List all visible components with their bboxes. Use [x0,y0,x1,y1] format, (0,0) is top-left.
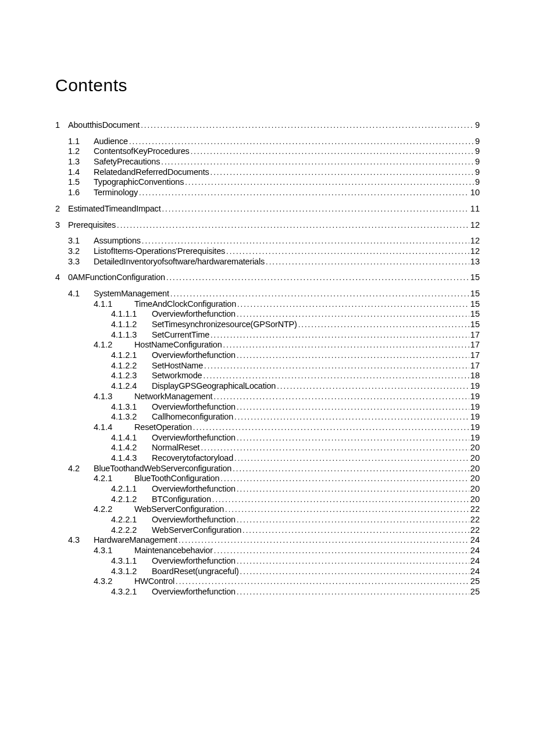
toc-num: 4.2.1 [94,474,134,483]
toc-entry[interactable]: 2EstimatedTimeandImpact11 [55,205,480,213]
toc-page: 9 [475,121,480,130]
toc-entry[interactable]: 4.2.2.2WebServerConfiguration22 [55,526,480,535]
toc-entry[interactable]: 4.1.1TimeAndClockConfiguration15 [55,300,480,309]
toc-leader [176,577,469,586]
toc-entry[interactable]: 4.1.1.3SetCurrentTime17 [55,331,480,339]
toc-leader [277,382,469,390]
toc-leader [211,168,474,177]
toc-entry[interactable]: 4.1.2.4DisplayGPSGeographicalLocation19 [55,382,480,390]
toc-label: SetCurrentTime [152,331,209,339]
toc-entry[interactable]: 4.3.1.2BoardReset(ungraceful)24 [55,567,480,576]
toc-page: 13 [470,257,480,266]
toc-leader [129,137,474,146]
toc-entry[interactable]: 4.1.4ResetOperation19 [55,423,480,432]
toc-page: 12 [470,247,480,256]
toc-entry[interactable]: 4.1.3.1Overviewforthefunction19 [55,403,480,411]
toc-leader [117,221,469,230]
toc-label: BTConfiguration [152,495,211,504]
toc-entry[interactable]: 4.2.2WebServerConfiguration22 [55,505,480,514]
toc-label: TypographicConventions [94,178,184,187]
toc-entry[interactable]: 4.1.3.2Callhomeconfiguration19 [55,413,480,421]
toc-entry[interactable]: 4.3.1.1Overviewforthefunction24 [55,557,480,565]
toc-leader [203,371,469,380]
toc-entry[interactable]: 4.2BlueToothandWebServerconfiguration20 [55,464,480,473]
toc-entry[interactable]: 4.1.1.1Overviewforthefunction15 [55,310,480,318]
toc-entry[interactable]: 3.3DetailedInventoryofsoftware/hardwarem… [55,257,480,266]
toc-page: 24 [470,546,480,555]
toc-page: 9 [475,168,480,177]
toc-page: 10 [470,188,480,197]
toc-page: 22 [470,515,480,524]
toc-label: Overviewforthefunction [152,433,236,442]
toc-page: 25 [470,587,480,596]
toc-page: 20 [470,454,480,463]
table-of-contents: 1AboutthisDocument91.1Audience91.2Conten… [55,121,480,596]
toc-entry[interactable]: 4.1.2.3Setworkmode18 [55,371,480,380]
toc-entry[interactable]: 3.1Assumptions12 [55,237,480,245]
toc-entry[interactable]: 3.2ListofItems-Operations'Prerequisites1… [55,247,480,256]
toc-entry[interactable]: 1.6Terminology10 [55,188,480,197]
toc-entry[interactable]: 3Prerequisites12 [55,221,480,230]
toc-entry[interactable]: 1AboutthisDocument9 [55,121,480,130]
toc-entry[interactable]: 4.2.1.2BTConfiguration20 [55,495,480,504]
toc-page: 19 [470,382,480,390]
page-title: Contents [55,76,480,95]
toc-num: 4.1.1.1 [111,310,152,318]
toc-label: NormalReset [152,443,199,452]
toc-page: 25 [470,577,480,586]
toc-entry[interactable]: 4.1.4.2NormalReset20 [55,443,480,452]
toc-page: 12 [470,237,480,245]
toc-entry[interactable]: 4.3.2HWControl25 [55,577,480,586]
toc-num: 4.2.1.1 [111,485,152,493]
toc-num: 1.3 [68,157,94,166]
toc-entry[interactable]: 4.3HardwareManagement24 [55,536,480,544]
toc-page: 19 [470,392,480,401]
toc-entry[interactable]: 4.1.4.1Overviewforthefunction19 [55,433,480,442]
toc-label: BlueToothConfiguration [134,474,219,483]
toc-entry[interactable]: 4.2.1BlueToothConfiguration20 [55,474,480,483]
toc-entry[interactable]: 1.1Audience9 [55,137,480,146]
toc-page: 15 [470,320,480,329]
toc-label: AboutthisDocument [68,121,140,130]
toc-label: DisplayGPSGeographicalLocation [152,382,276,390]
toc-label: ContentsofKeyProcedures [94,147,190,156]
toc-entry[interactable]: 40AMFunctionConfiguration15 [55,273,480,282]
toc-page: 9 [475,137,480,146]
toc-page: 15 [470,289,480,298]
toc-num: 3.1 [68,237,94,245]
toc-entry[interactable]: 4.1SystemManagement15 [55,289,480,298]
toc-leader [226,247,469,256]
toc-label: WebServerConfiguration [152,526,241,535]
toc-leader [237,485,469,493]
toc-leader [191,147,474,156]
toc-label: Terminology [94,188,138,197]
toc-label: Assumptions [94,237,141,245]
toc-entry[interactable]: 4.1.3NetworkManagement19 [55,392,480,401]
toc-entry[interactable]: 4.3.2.1Overviewforthefunction25 [55,587,480,596]
toc-label: Overviewforthefunction [152,310,236,318]
toc-num: 4.1.2.1 [111,351,152,360]
toc-label: Overviewforthefunction [152,485,236,493]
toc-entry[interactable]: 4.1.2.2SetHostName17 [55,361,480,370]
toc-entry[interactable]: 4.2.2.1Overviewforthefunction22 [55,515,480,524]
toc-entry[interactable]: 4.3.1Maintenancebehavior24 [55,546,480,555]
toc-entry[interactable]: 4.2.1.1Overviewforthefunction20 [55,485,480,493]
toc-label: NetworkManagement [134,392,212,401]
toc-entry[interactable]: 1.4RelatedandReferredDocuments9 [55,168,480,177]
toc-leader [220,474,469,483]
toc-entry[interactable]: 4.1.2HostNameConfiguration17 [55,341,480,349]
toc-label: Overviewforthefunction [152,351,236,360]
toc-entry[interactable]: 4.1.2.1Overviewforthefunction17 [55,351,480,360]
toc-leader [223,341,469,349]
toc-page: 19 [470,413,480,421]
toc-entry[interactable]: 1.2ContentsofKeyProcedures9 [55,147,480,156]
toc-num: 4.1.3.2 [111,413,152,421]
toc-entry[interactable]: 4.1.1.2SetTimesynchronizesource(GPSorNTP… [55,320,480,329]
toc-num: 1.4 [68,168,94,177]
toc-page: 11 [470,205,480,213]
toc-num: 4.1.2.2 [111,361,152,370]
toc-entry[interactable]: 4.1.4.3Recoverytofactoryload20 [55,454,480,463]
toc-entry[interactable]: 1.3SafetyPrecautions9 [55,157,480,166]
toc-label: DetailedInventoryofsoftware/hardwaremate… [94,257,265,266]
toc-entry[interactable]: 1.5TypographicConventions9 [55,178,480,187]
